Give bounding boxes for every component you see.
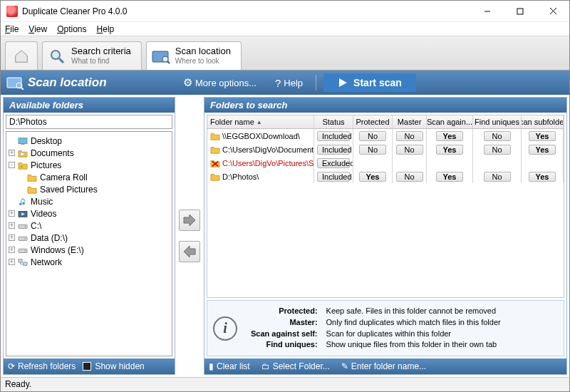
more-options-button[interactable]: ⚙ More options... <box>177 74 262 91</box>
tree-item-label: Windows (E:\) <box>31 245 84 255</box>
toggle-button[interactable]: Yes <box>529 145 556 155</box>
expand-icon[interactable] <box>18 186 24 192</box>
toggle-button[interactable]: No <box>484 131 511 141</box>
toggle-button[interactable]: No <box>484 172 511 182</box>
tree-item[interactable]: +Videos <box>8 207 170 220</box>
svg-point-16 <box>21 165 23 167</box>
toggle-button[interactable]: Yes <box>436 131 463 141</box>
tree-item[interactable]: Desktop <box>8 135 170 147</box>
toggle-button[interactable]: Included <box>317 172 350 182</box>
tree-item-label: Videos <box>31 209 56 219</box>
table-row[interactable]: D:\Photos\IncludedYesNoYesNoYes <box>207 170 564 183</box>
expand-icon[interactable] <box>9 138 15 144</box>
tree-item[interactable]: Music <box>8 195 170 207</box>
add-folder-button[interactable] <box>179 210 200 231</box>
gear-icon: ⚙ <box>183 76 192 89</box>
svg-point-20 <box>25 226 26 227</box>
tab-scan-location[interactable]: Scan location Where to look <box>146 41 242 70</box>
toggle-button[interactable]: Yes <box>359 172 386 182</box>
help-button[interactable]: ? Help <box>269 75 309 91</box>
tree-item[interactable]: Camera Roll <box>8 171 170 183</box>
tree-item[interactable]: -Pictures <box>8 159 170 171</box>
folder-path: C:\Users\DigVo\Pictures\Save... <box>222 159 314 167</box>
toggle-button[interactable]: No <box>484 145 511 155</box>
col-scan-subfolders[interactable]: Scan subfolders <box>522 115 564 128</box>
folder-tree[interactable]: Desktop+Documents-PicturesCamera RollSav… <box>6 131 172 356</box>
menu-help[interactable]: Help <box>97 24 115 34</box>
refresh-folders-button[interactable]: ⟳ Refresh folders <box>8 361 76 371</box>
grid-header: Folder name▲ Status Protected Master Sca… <box>207 115 564 129</box>
toggle-button[interactable]: Yes <box>529 131 556 141</box>
tree-item[interactable]: +Data (D:\) <box>8 232 170 244</box>
show-hidden-checkbox[interactable]: Show hidden <box>83 361 144 371</box>
status-bar: Ready. <box>1 377 569 391</box>
toggle-button[interactable]: No <box>396 145 423 155</box>
tree-item-label: Camera Roll <box>40 172 88 182</box>
expand-icon[interactable]: + <box>9 259 15 265</box>
menu-bar: File View Options Help <box>1 22 569 36</box>
toggle-button[interactable]: No <box>396 131 423 141</box>
svg-point-7 <box>162 56 168 62</box>
expand-icon[interactable] <box>18 174 24 180</box>
col-status[interactable]: Status <box>314 115 353 128</box>
path-input[interactable]: D:\Photos <box>6 115 172 129</box>
col-scan-against[interactable]: Scan again... <box>427 115 473 128</box>
net-icon <box>17 257 28 267</box>
toggle-button[interactable]: Yes <box>436 172 463 182</box>
minimize-button[interactable] <box>471 1 504 21</box>
svg-rect-15 <box>21 153 24 155</box>
folder-path: \\EGGBOX\Download\ <box>222 132 300 140</box>
pic-icon <box>17 160 28 170</box>
expand-icon[interactable]: - <box>9 162 15 168</box>
tree-item[interactable]: +Network <box>8 256 170 268</box>
tree-item-label: Desktop <box>31 136 62 146</box>
col-folder-name[interactable]: Folder name▲ <box>207 115 314 128</box>
toggle-button[interactable]: Included <box>317 145 350 155</box>
tab-home[interactable] <box>5 41 38 70</box>
expand-icon[interactable]: + <box>9 247 15 253</box>
col-protected[interactable]: Protected <box>353 115 393 128</box>
tab-scan-title: Scan location <box>175 46 231 57</box>
folder-icon <box>210 132 220 140</box>
expand-icon[interactable]: + <box>9 210 15 217</box>
toggle-button[interactable]: Yes <box>436 145 463 155</box>
tree-item[interactable]: Saved Pictures <box>8 183 170 195</box>
toggle-button[interactable]: No <box>396 172 423 182</box>
svg-marker-12 <box>339 78 347 87</box>
col-master[interactable]: Master <box>393 115 427 128</box>
expand-icon[interactable]: + <box>9 222 15 229</box>
remove-folder-button[interactable] <box>179 241 200 262</box>
maximize-button[interactable] <box>504 1 537 21</box>
menu-file[interactable]: File <box>5 24 19 34</box>
enter-folder-name-button[interactable]: ✎Enter folder name... <box>341 361 426 371</box>
tree-item[interactable]: +Windows (E:\) <box>8 244 170 256</box>
tree-item-label: Documents <box>31 148 74 158</box>
col-find-uniques[interactable]: Find uniques <box>473 115 522 128</box>
toggle-button[interactable]: Excluded <box>317 158 350 168</box>
menu-options[interactable]: Options <box>57 24 86 34</box>
table-row[interactable]: \\EGGBOX\Download\IncludedNoNoYesNoYes <box>207 129 564 143</box>
desktop-icon <box>17 136 28 146</box>
close-button[interactable] <box>537 1 569 21</box>
table-row[interactable]: C:\Users\DigVo\Documents\IncludedNoNoYes… <box>207 143 564 156</box>
toggle-button[interactable]: No <box>359 145 386 155</box>
tree-item[interactable]: +Documents <box>8 147 170 159</box>
tree-item[interactable]: +C:\ <box>8 220 170 232</box>
svg-point-4 <box>51 51 60 59</box>
expand-icon[interactable]: + <box>9 150 15 156</box>
toggle-button[interactable]: Included <box>317 131 350 141</box>
expand-icon[interactable] <box>9 198 15 205</box>
toggle-button[interactable]: No <box>359 131 386 141</box>
toggle-button[interactable]: Yes <box>529 172 556 182</box>
folders-to-search-header: Folders to search <box>204 98 566 113</box>
svg-line-8 <box>167 61 170 63</box>
select-folder-button[interactable]: 🗀Select Folder... <box>261 361 330 371</box>
start-scan-button[interactable]: Start scan <box>323 73 416 92</box>
table-row[interactable]: C:\Users\DigVo\Pictures\Save...Excluded <box>207 156 564 170</box>
folder-path: D:\Photos\ <box>222 172 259 181</box>
clear-list-button[interactable]: ▮Clear list <box>209 361 250 371</box>
app-icon <box>6 6 18 17</box>
tab-search-criteria[interactable]: Search criteria What to find <box>42 41 142 70</box>
expand-icon[interactable]: + <box>9 234 15 241</box>
menu-view[interactable]: View <box>28 24 47 34</box>
